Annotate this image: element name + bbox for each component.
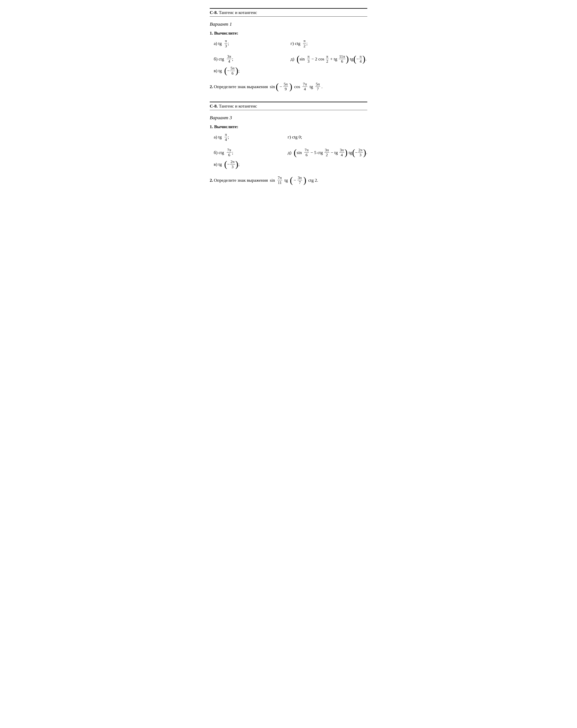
item-3b: б) ctg 7π 6 ;	[214, 148, 288, 158]
item-1b: б) ctg 3π 4 ;	[214, 54, 290, 64]
section-header-3: С-8. Тангенс и котангенс	[210, 102, 367, 110]
section-header-1: С-8. Тангенс и котангенс	[210, 8, 367, 17]
item-1a: а) tg π 3 ;	[214, 38, 290, 49]
items-grid-3: а) tg π 4 ; г) ctg 0; б) ctg 7π 6 ;	[214, 132, 367, 157]
variant-title-3: Вариант 3	[210, 115, 367, 121]
items-grid-1: а) tg π 3 ; г) ctg π 2 ; б) ctg	[214, 38, 367, 64]
section-code-3: С-8.	[210, 103, 218, 108]
problem1-title-3: 1. Вычислите:	[210, 124, 367, 129]
item-1v: в) tg ( − 5π 6 ) ;	[214, 66, 367, 76]
frac-7pi-6: 7π 6	[227, 148, 232, 158]
section-title-3: Тангенс и котангенс	[219, 103, 257, 108]
section-code-1: С-8.	[210, 10, 218, 15]
variant-title-1: Вариант 1	[210, 21, 367, 27]
problem2-3: 2. Определите знак выражения sin 7π 11 t…	[210, 176, 367, 185]
problem1-title-1: 1. Вычислите:	[210, 30, 367, 36]
problem1-body-1: а) tg π 3 ; г) ctg π 2 ; б) ctg	[214, 38, 367, 76]
frac-3pi-4: 3π 4	[227, 54, 232, 64]
variant-3-section: С-8. Тангенс и котангенс Вариант 3 1. Вы…	[210, 102, 367, 185]
item-3a: а) tg π 4 ;	[214, 132, 288, 142]
section-title-1: Тангенс и котангенс	[219, 10, 257, 15]
item-3g: г) ctg 0;	[288, 132, 367, 142]
frac-pi-3: π 3	[225, 38, 227, 49]
item-3v: в) tg ( − 2π 3 ) ;	[214, 159, 367, 170]
item-3d: д) ( sin 7π6 − 5 ctg 3π 2 − tg 3π 4 ) tg…	[288, 148, 367, 158]
variant-1-section: С-8. Тангенс и котангенс Вариант 1 1. Вы…	[210, 8, 367, 92]
item-1g: г) ctg π 2 ;	[290, 38, 367, 49]
problem1-body-3: а) tg π 4 ; г) ctg 0; б) ctg 7π 6 ;	[214, 132, 367, 170]
frac-pi-2: π 2	[303, 38, 306, 49]
frac-2pi-3: 2π 3	[230, 159, 235, 170]
frac-5pi-6: 5π 6	[230, 66, 235, 76]
item-1d: д) ( sin π3 − 2 cos π 2 + tg 11π 6 ) tg …	[290, 54, 367, 64]
frac-pi-4: π 4	[225, 132, 227, 142]
problem2-1: 2. Определите знак выражения sin ( − 5π …	[210, 82, 367, 92]
